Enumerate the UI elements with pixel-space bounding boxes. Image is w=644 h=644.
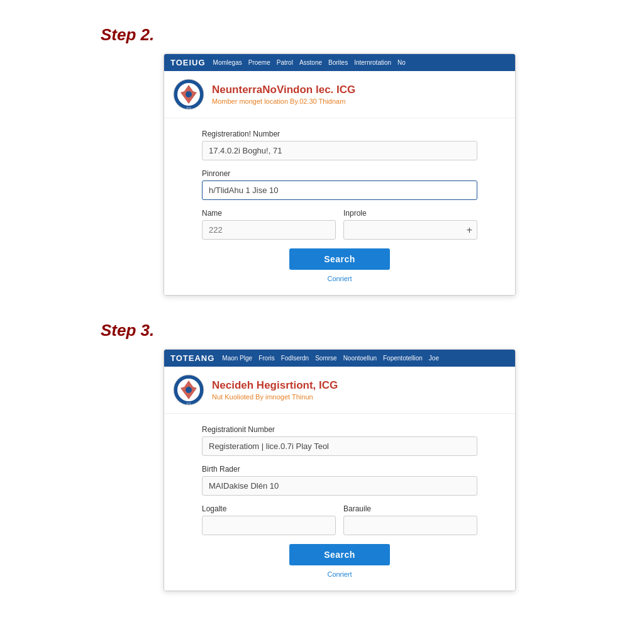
step3-header-text: Necideh Hegisrtiont, ICG Nut Kuolioted B…: [212, 379, 338, 401]
step2-name-input[interactable]: [202, 220, 336, 240]
step2-improle-group: Inprole +: [343, 209, 477, 240]
svg-text:ICG: ICG: [186, 402, 191, 405]
step2-nav-item-7[interactable]: No: [397, 59, 406, 66]
step2-prisoner-input[interactable]: [202, 180, 477, 200]
step3-label: Step 3.: [101, 321, 631, 340]
step2-improle-label: Inprole: [343, 209, 477, 218]
step2-reg-input[interactable]: [202, 141, 477, 160]
step3-nav-item-7[interactable]: Joe: [429, 355, 439, 362]
step3-navbar: TOTEANG Maon Plge Froris Fodlserdn Somrs…: [164, 350, 515, 367]
step3-logalte-group: Logalte: [202, 504, 336, 535]
step2-nav-item-3[interactable]: Patrol: [277, 59, 293, 66]
step2-label: Step 2.: [101, 25, 631, 45]
step2-name-group: Name: [202, 209, 336, 240]
step2-nav-item-1[interactable]: Momlegas: [213, 59, 242, 66]
step3-nav-item-6[interactable]: Fopentotellion: [383, 355, 423, 362]
step2-nav-item-6[interactable]: Internrotation: [354, 59, 391, 66]
step3-nav-logo: TOTEANG: [170, 353, 214, 363]
step2-nav-item-4[interactable]: Asstone: [299, 59, 322, 66]
step3-nav-item-3[interactable]: Fodlserdn: [281, 355, 309, 362]
step3-birth-label: Birth Rader: [202, 465, 477, 474]
step2-browser: TOEIUG Momlegas Proeme Patrol Asstone Bo…: [164, 53, 516, 296]
step2-reg-group: Registreration! Number: [202, 130, 477, 160]
step2-nav-item-5[interactable]: Borites: [328, 59, 348, 66]
step2-improle-input-wrapper: +: [343, 220, 477, 240]
step2-search-button[interactable]: Search: [289, 248, 390, 270]
step2-form-row: Name Inprole +: [202, 209, 477, 248]
step3-birth-group: Birth Rader: [202, 465, 477, 496]
step2-name-label: Name: [202, 209, 336, 218]
step2-nav-item-2[interactable]: Proeme: [248, 59, 270, 66]
step3-contact-link[interactable]: Conriert: [202, 570, 477, 578]
step3-site-logo: ICG: [173, 374, 204, 406]
step3-nav-item-1[interactable]: Maon Plge: [222, 355, 252, 362]
step2-reg-label: Registreration! Number: [202, 130, 477, 138]
step3-search-button[interactable]: Search: [289, 544, 390, 565]
step2-nav-logo: TOEIUG: [170, 58, 206, 67]
step2-prisoner-label: Pinroner: [202, 169, 477, 178]
step2-site-logo: ICG: [173, 79, 204, 110]
step3-browser: TOTEANG Maon Plge Froris Fodlserdn Somrs…: [164, 349, 516, 591]
svg-point-8: [186, 387, 192, 393]
svg-point-3: [186, 91, 192, 97]
step2-navbar: TOEIUG Momlegas Proeme Patrol Asstone Bo…: [164, 54, 515, 71]
step3-site-subtitle: Nut Kuolioted By imnoget Thinun: [212, 393, 338, 401]
step3-barauile-input[interactable]: [343, 516, 477, 535]
step2-contact-link[interactable]: Conriert: [202, 275, 477, 282]
step3-logalte-input[interactable]: [202, 516, 336, 535]
step2-improle-input[interactable]: [343, 220, 477, 240]
step3-reg-input[interactable]: [202, 436, 477, 456]
step3-section: Step 3. TOTEANG Maon Plge Froris Fodlser…: [13, 321, 631, 591]
step3-reg-label: Registrationit Number: [202, 425, 477, 434]
step3-birth-input[interactable]: [202, 476, 477, 496]
step2-site-title: NeunterraNoVindon lec. ICG: [212, 84, 355, 96]
step3-form-row: Logalte Barauile: [202, 504, 477, 544]
step3-nav-item-2[interactable]: Froris: [258, 355, 275, 362]
step3-nav-item-4[interactable]: Somrse: [315, 355, 336, 362]
svg-text:ICG: ICG: [186, 106, 191, 109]
step2-prisoner-group: Pinroner: [202, 169, 477, 200]
step3-reg-group: Registrationit Number: [202, 425, 477, 456]
step3-form: Registrationit Number Birth Rader Logalt…: [164, 414, 515, 591]
step2-form: Registreration! Number Pinroner Name Inp…: [164, 118, 515, 295]
step3-barauile-group: Barauile: [343, 504, 477, 535]
step3-nav-items: Maon Plge Froris Fodlserdn Somrse Noonto…: [222, 355, 509, 362]
step2-header-text: NeunterraNoVindon lec. ICG Momber monget…: [212, 84, 355, 105]
step3-site-title: Necideh Hegisrtiont, ICG: [212, 379, 338, 392]
step2-site-header: ICG NeunterraNoVindon lec. ICG Momber mo…: [164, 71, 515, 118]
step3-logalte-label: Logalte: [202, 504, 336, 513]
step3-barauile-label: Barauile: [343, 504, 477, 513]
step3-nav-item-5[interactable]: Noontoellun: [343, 355, 377, 362]
step3-site-header: ICG Necideh Hegisrtiont, ICG Nut Kuoliot…: [164, 367, 515, 414]
step2-section: Step 2. TOEIUG Momlegas Proeme Patrol As…: [13, 25, 631, 296]
step2-site-subtitle: Momber monget location By.02.30 Thidnam: [212, 97, 355, 105]
step2-nav-items: Momlegas Proeme Patrol Asstone Borites I…: [213, 59, 509, 66]
